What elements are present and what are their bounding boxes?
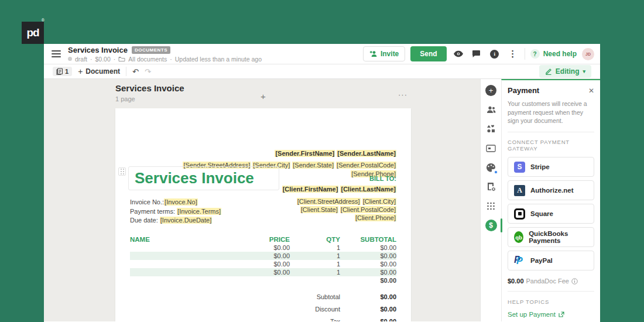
- recipients-button[interactable]: [485, 104, 497, 115]
- gateway-paypal-button[interactable]: P P PayPal: [508, 251, 594, 270]
- content-library-button[interactable]: [485, 123, 497, 135]
- client-firstname-token[interactable]: [Client.FirstName]: [282, 186, 339, 193]
- page-count-chip[interactable]: 1: [53, 67, 72, 76]
- notification-dot: [494, 170, 498, 174]
- document-settings-button[interactable]: [485, 181, 497, 193]
- active-panel-indicator: [501, 218, 502, 232]
- quickbooks-icon: qb: [514, 231, 523, 243]
- preview-eye-icon[interactable]: [452, 47, 465, 60]
- pandadoc-logo: pd ®: [22, 22, 44, 44]
- client-lastname-token[interactable]: [Client.LastName]: [340, 186, 396, 193]
- user-avatar[interactable]: JD: [582, 48, 594, 60]
- pages-icon: [56, 68, 63, 75]
- subtotal-row: Subtotal $0.00: [130, 290, 396, 303]
- bill-to-block[interactable]: BILL TO: [Client.FirstName] [Client.Last…: [282, 175, 396, 222]
- document-canvas: Services Invoice 1 page + ··· [Sender.Fi…: [44, 79, 480, 321]
- design-button[interactable]: [485, 162, 497, 173]
- authorize-net-icon: A: [514, 185, 525, 196]
- table-total-row: $0.00: [130, 276, 396, 285]
- right-icon-rail: + $: [480, 79, 501, 321]
- due-date-token[interactable]: [Invoice.DueDate]: [160, 217, 212, 224]
- add-block-button[interactable]: +: [485, 84, 497, 96]
- totals-summary: Subtotal $0.00 Discount $0.00 Tax $0.00: [130, 290, 396, 321]
- client-state-token[interactable]: [Client.State]: [300, 206, 338, 213]
- panel-divider: [508, 291, 594, 292]
- document-settings-icon: [487, 182, 496, 191]
- payment-panel-title: Payment: [508, 86, 539, 95]
- add-page-icon[interactable]: +: [261, 91, 266, 101]
- plus-icon: +: [78, 67, 83, 76]
- registered-mark: ®: [42, 18, 44, 22]
- invoice-title-block[interactable]: Services Invoice: [128, 166, 279, 190]
- page-more-icon[interactable]: ···: [398, 90, 407, 99]
- chevron-down-icon: ▾: [583, 68, 585, 74]
- apps-grid-icon: [487, 203, 495, 210]
- payment-app-button[interactable]: $: [485, 220, 497, 231]
- invoice-meta-block[interactable]: Invoice No.:[Invoce.No] Payment terms: […: [130, 198, 221, 225]
- undo-icon[interactable]: ↶: [132, 67, 139, 76]
- sender-postal-token[interactable]: [Sender.PostalCode]: [336, 162, 396, 169]
- fields-button[interactable]: [485, 142, 497, 154]
- sender-firstname-token[interactable]: [Sender.FirstName]: [275, 150, 335, 157]
- due-date-label: Due date:: [130, 217, 160, 224]
- client-street-token[interactable]: [Client.StreetAddress]: [297, 198, 361, 205]
- add-circle-icon: +: [485, 85, 496, 96]
- client-postal-token[interactable]: [Client.PostalCode]: [340, 206, 396, 213]
- editor-toolbar: 1 + Document ↶ ↷ Editing ▾: [44, 64, 600, 79]
- payment-panel-description: Your customers will receive a payment re…: [508, 100, 594, 132]
- gateway-authorize-button[interactable]: A Authorize.net: [508, 180, 594, 200]
- close-icon[interactable]: ✕: [588, 87, 594, 95]
- external-link-icon: [559, 311, 564, 317]
- discount-row: Discount $0.00: [130, 303, 396, 315]
- redo-icon[interactable]: ↷: [145, 67, 151, 76]
- info-icon[interactable]: i: [488, 47, 501, 60]
- more-actions-kebab-icon[interactable]: ⋮: [506, 47, 519, 60]
- table-row[interactable]: $0.00 1 $0.00: [130, 252, 396, 260]
- help-link-setup-payment[interactable]: Set up Payment: [508, 311, 594, 318]
- gateway-stripe-button[interactable]: S Stripe: [508, 157, 594, 177]
- help-topics-title: HELP TOPICS: [508, 299, 594, 305]
- content-blocks-icon: [487, 124, 496, 133]
- recipients-icon: [486, 106, 496, 114]
- status-amount: $0.00: [95, 56, 111, 63]
- apps-button[interactable]: [485, 200, 497, 212]
- pandadoc-fee-row: $0.00 PandaDoc Fee: [508, 278, 594, 285]
- table-row[interactable]: $0.00 1 $0.00: [130, 260, 396, 268]
- document-title[interactable]: Services Invoice: [68, 46, 128, 54]
- sender-state-token[interactable]: [Sender.State]: [292, 162, 334, 169]
- block-drag-handle[interactable]: [118, 167, 126, 176]
- pricing-table[interactable]: NAME PRICE QTY SUBTOTAL $0.00 1 $0.00 $0…: [130, 235, 396, 321]
- table-row[interactable]: $0.00 1 $0.00: [130, 268, 396, 276]
- payment-terms-label: Payment terms:: [130, 208, 177, 215]
- need-help-button[interactable]: ? Need help: [530, 49, 577, 59]
- gateway-square-button[interactable]: Square: [508, 204, 594, 224]
- status-folder[interactable]: All documents: [128, 56, 167, 63]
- pandadoc-logo-text: pd: [26, 26, 39, 39]
- client-city-token[interactable]: [Client.City]: [362, 198, 396, 205]
- invite-button[interactable]: Invite: [363, 46, 405, 61]
- connect-gateway-section-title: CONNECT PAYMENT GATEWAY: [508, 139, 594, 152]
- documents-badge: DOCUMENTS: [132, 46, 170, 54]
- editing-mode-dropdown[interactable]: Editing ▾: [539, 65, 591, 78]
- invoice-no-token[interactable]: [Invoce.No]: [164, 198, 198, 205]
- sender-lastname-token[interactable]: [Sender.LastName]: [337, 150, 396, 157]
- fee-info-icon[interactable]: [571, 278, 578, 285]
- status-state: draft: [75, 56, 87, 63]
- payment-terms-token[interactable]: [Invoice.Terms]: [177, 208, 221, 215]
- comments-icon[interactable]: [470, 47, 483, 60]
- tax-row: Tax $0.00: [130, 315, 396, 321]
- hamburger-menu-icon[interactable]: [52, 50, 61, 57]
- draft-status-dot-icon: [68, 57, 72, 61]
- send-button[interactable]: Send: [410, 46, 446, 61]
- gateway-quickbooks-button[interactable]: qb QuickBooks Payments: [508, 227, 594, 247]
- payment-dollar-icon: $: [485, 220, 497, 231]
- add-document-button[interactable]: + Document: [78, 67, 120, 76]
- invoice-title[interactable]: Services Invoice: [135, 169, 254, 187]
- pricing-table-header: NAME PRICE QTY SUBTOTAL: [130, 235, 396, 244]
- bill-to-label: BILL TO:: [282, 175, 396, 182]
- table-row[interactable]: $0.00 1 $0.00: [130, 244, 396, 252]
- document-header-bar: Services Invoice DOCUMENTS draft · $0.00…: [44, 44, 600, 64]
- invoice-no-label: Invoice No.:: [130, 198, 164, 205]
- toolbar-divider: [126, 67, 126, 76]
- client-phone-token[interactable]: [Client.Phone]: [355, 214, 396, 221]
